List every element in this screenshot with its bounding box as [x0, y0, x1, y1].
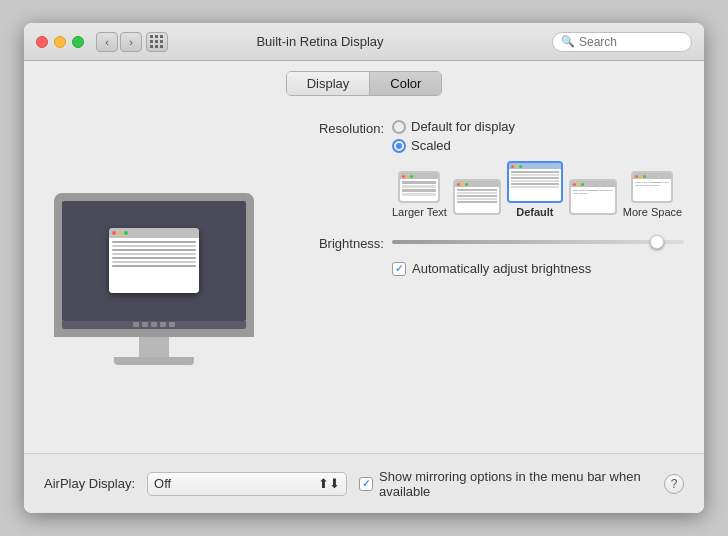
- monitor-stand: [139, 337, 169, 357]
- radio-scaled-label: Scaled: [411, 138, 451, 153]
- search-box[interactable]: 🔍: [552, 32, 692, 52]
- brightness-slider-thumb[interactable]: [650, 235, 664, 249]
- brightness-row: Brightness:: [284, 234, 684, 251]
- help-button[interactable]: ?: [664, 474, 684, 494]
- thumb-default-label: Default: [516, 206, 553, 218]
- window-title: Built-in Retina Display: [88, 34, 552, 49]
- airplay-arrow-icon: ⬆⬇: [318, 476, 340, 491]
- thumb-larger-text-img: [398, 171, 440, 203]
- tab-display[interactable]: Display: [287, 72, 370, 95]
- radio-default-circle[interactable]: [392, 120, 406, 134]
- search-icon: 🔍: [561, 35, 575, 48]
- monitor-base: [114, 357, 194, 365]
- auto-brightness-label: Automatically adjust brightness: [412, 261, 591, 276]
- maximize-button[interactable]: [72, 36, 84, 48]
- thumb-default-img: [507, 161, 563, 203]
- titlebar: ‹ › Built-in Retina Display 🔍: [24, 23, 704, 61]
- thumb-4-img: Here's to the c troublemakers. ones who …: [569, 179, 617, 215]
- thumb-default[interactable]: Default: [507, 161, 563, 218]
- auto-brightness-row: ✓ Automatically adjust brightness: [392, 261, 684, 276]
- monitor-screen: [62, 201, 246, 321]
- mirroring-check-icon: ✓: [362, 478, 370, 489]
- minimize-button[interactable]: [54, 36, 66, 48]
- airplay-label: AirPlay Display:: [44, 476, 135, 491]
- thumb-2[interactable]: [453, 179, 501, 218]
- thumb-4[interactable]: Here's to the c troublemakers. ones who …: [569, 179, 617, 218]
- check-icon: ✓: [395, 263, 403, 274]
- monitor-body: [54, 193, 254, 337]
- bottom-bar: AirPlay Display: Off ⬆⬇ ✓ Show mirroring…: [24, 453, 704, 513]
- settings-panel: Resolution: Default for display Scaled: [284, 114, 684, 443]
- airplay-value: Off: [154, 476, 171, 491]
- tab-container: Display Color: [286, 71, 443, 96]
- thumb-2-img: [453, 179, 501, 215]
- mirroring-checkbox[interactable]: ✓: [359, 477, 373, 491]
- thumb-more-space[interactable]: Here's to the c troublemakers. T ones wh…: [623, 171, 682, 218]
- radio-scaled-circle[interactable]: [392, 139, 406, 153]
- auto-brightness-checkbox[interactable]: ✓: [392, 262, 406, 276]
- brightness-control: [392, 234, 684, 250]
- brightness-slider-container[interactable]: [392, 234, 684, 250]
- radio-scaled[interactable]: Scaled: [392, 138, 684, 153]
- airplay-select[interactable]: Off ⬆⬇: [147, 472, 347, 496]
- traffic-lights: [36, 36, 84, 48]
- content-area: Resolution: Default for display Scaled: [24, 104, 704, 453]
- radio-default[interactable]: Default for display: [392, 119, 684, 134]
- close-button[interactable]: [36, 36, 48, 48]
- thumb-more-space-img: Here's to the c troublemakers. T ones wh…: [631, 171, 673, 203]
- radio-default-label: Default for display: [411, 119, 515, 134]
- resolution-row: Resolution: Default for display Scaled: [284, 119, 684, 218]
- mini-titlebar: [109, 228, 199, 238]
- brightness-label: Brightness:: [284, 234, 384, 251]
- thumb-larger-text[interactable]: Larger Text: [392, 171, 447, 218]
- thumb-larger-text-label: Larger Text: [392, 206, 447, 218]
- resolution-label: Resolution:: [284, 119, 384, 136]
- mini-content: [109, 238, 199, 293]
- resolution-thumbnails: Larger Text: [392, 161, 684, 218]
- mini-window: [109, 228, 199, 293]
- mirroring-row: ✓ Show mirroring options in the menu bar…: [359, 469, 652, 499]
- tab-color[interactable]: Color: [370, 72, 441, 95]
- main-window: ‹ › Built-in Retina Display 🔍 Display Co…: [24, 23, 704, 513]
- segment-tabs: Display Color: [24, 61, 704, 104]
- monitor-preview: [44, 114, 264, 443]
- search-input[interactable]: [579, 35, 683, 49]
- thumb-more-space-label: More Space: [623, 206, 682, 218]
- brightness-slider-track: [392, 240, 684, 244]
- mirroring-label: Show mirroring options in the menu bar w…: [379, 469, 652, 499]
- resolution-control: Default for display Scaled: [392, 119, 684, 218]
